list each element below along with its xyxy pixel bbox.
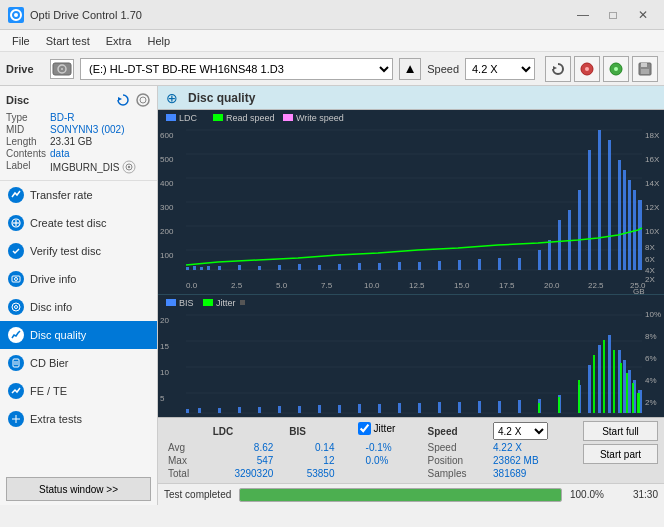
sidebar-item-fe-te[interactable]: FE / TE [0,377,157,405]
sidebar: Disc Type BD-R MID SONYNN3 (002) Length … [0,86,158,505]
svg-rect-160 [632,383,634,413]
svg-rect-138 [478,401,481,413]
svg-rect-84 [588,150,591,270]
verify-test-icon [8,243,24,259]
content-area: ⊕ Disc quality LDC Read speed Write spee… [158,86,664,505]
svg-text:22.5: 22.5 [588,281,604,290]
max-jitter: 0.0% [354,454,424,467]
sidebar-item-disc-info[interactable]: Disc info [0,293,157,321]
svg-rect-69 [338,264,341,270]
start-full-button[interactable]: Start full [583,421,658,441]
app-icon [8,7,24,23]
type-label: Type [6,112,46,123]
main-layout: Disc Type BD-R MID SONYNN3 (002) Length … [0,86,664,505]
svg-point-14 [137,94,149,106]
sidebar-item-drive-info[interactable]: Drive info [0,265,157,293]
edit-icon[interactable] [122,160,136,174]
svg-text:4%: 4% [645,376,657,385]
svg-rect-126 [238,407,241,413]
drive-info-icon [8,271,24,287]
menu-help[interactable]: Help [139,33,178,49]
svg-text:300: 300 [160,203,174,212]
transfer-rate-icon [8,187,24,203]
jitter-check-cell: Jitter [354,421,424,436]
refresh-disc-icon[interactable] [115,92,131,108]
status-window-button[interactable]: Status window >> [6,477,151,501]
svg-point-25 [15,306,18,309]
disc-button-2[interactable] [603,56,629,82]
svg-rect-89 [628,180,631,270]
total-ldc: 3290320 [205,467,282,480]
start-part-button[interactable]: Start part [583,444,658,464]
svg-text:8%: 8% [645,332,657,341]
close-button[interactable]: ✕ [630,6,656,24]
svg-rect-108 [240,300,245,305]
sidebar-item-transfer-rate[interactable]: Transfer rate [0,181,157,209]
minimize-button[interactable]: — [570,6,596,24]
top-chart-svg: LDC Read speed Write speed 600 500 400 3… [158,110,664,295]
drive-eject-button[interactable]: ▲ [399,58,421,80]
svg-rect-83 [578,190,581,270]
cd-bier-icon [8,355,24,371]
disc-title: Disc [6,94,111,106]
svg-rect-134 [398,403,401,413]
dq-icon: ⊕ [166,90,182,106]
mid-label: MID [6,124,46,135]
svg-text:2%: 2% [645,398,657,407]
svg-text:10.0: 10.0 [364,281,380,290]
svg-text:8X: 8X [645,243,655,252]
progress-time: 31:30 [618,489,658,500]
svg-text:4X: 4X [645,266,655,275]
svg-rect-140 [518,400,521,413]
bottom-chart-svg: BIS Jitter 20 15 10 5 10% 8% 6% 4% 2% [158,295,664,417]
svg-text:5: 5 [160,394,165,403]
speed-select[interactable]: 4.2 X [465,58,535,80]
nav-items: Transfer rate Create test disc Verify te… [0,181,157,473]
svg-rect-64 [238,265,241,270]
drivebar: Drive (E:) HL-DT-ST BD-RE WH16NS48 1.D3 … [0,52,664,86]
sidebar-item-create-test-disc[interactable]: Create test disc [0,209,157,237]
drive-select[interactable]: (E:) HL-DT-ST BD-RE WH16NS48 1.D3 [80,58,393,80]
svg-rect-72 [398,262,401,270]
bis-col-header: BIS [281,421,342,441]
svg-text:5.0: 5.0 [276,281,288,290]
drive-icon [50,59,74,79]
svg-text:10: 10 [160,368,169,377]
max-ldc: 547 [205,454,282,467]
total-label: Total [164,467,205,480]
status-text: Test completed [164,489,231,500]
svg-rect-156 [603,340,605,413]
speed-quality-select[interactable]: 4.2 X [493,422,548,440]
samples-value: 381689 [489,467,577,480]
svg-rect-62 [207,266,210,270]
svg-rect-71 [378,263,381,270]
disc-button-1[interactable] [574,56,600,82]
refresh-button[interactable] [545,56,571,82]
save-button[interactable] [632,56,658,82]
svg-text:17.5: 17.5 [499,281,515,290]
position-value: 23862 MB [489,454,577,467]
menu-file[interactable]: File [4,33,38,49]
jitter-checkbox[interactable] [358,422,371,435]
progress-bar-fill [240,489,561,501]
menu-extra[interactable]: Extra [98,33,140,49]
bottom-chart: BIS Jitter 20 15 10 5 10% 8% 6% 4% 2% [158,295,664,417]
menu-start-test[interactable]: Start test [38,33,98,49]
svg-point-9 [614,67,618,71]
total-bis: 53850 [281,467,342,480]
maximize-button[interactable]: □ [600,6,626,24]
sidebar-item-disc-quality[interactable]: Disc quality [0,321,157,349]
svg-rect-75 [458,260,461,270]
svg-rect-128 [278,406,281,413]
svg-rect-154 [578,380,580,413]
svg-text:18X: 18X [645,131,660,140]
svg-rect-148 [623,360,626,413]
sidebar-item-cd-bier[interactable]: CD Bier [0,349,157,377]
sidebar-item-extra-tests[interactable]: Extra tests [0,405,157,433]
sidebar-item-verify-test-disc[interactable]: Verify test disc [0,237,157,265]
menubar: File Start test Extra Help [0,30,664,52]
svg-rect-11 [641,63,647,67]
svg-rect-87 [618,160,621,270]
start-buttons: Start full Start part [583,421,658,464]
svg-rect-149 [628,370,631,413]
